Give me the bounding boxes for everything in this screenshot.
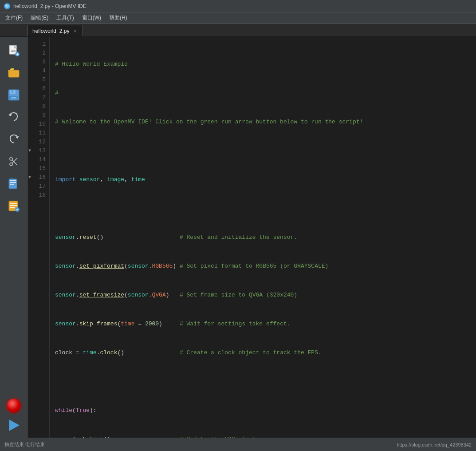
sidebar: ? bbox=[0, 37, 28, 438]
code-line-7: sensor.reset() # Reset and initialize th… bbox=[55, 233, 476, 242]
code-line-3: # Welcome to the OpenMV IDE! Click on th… bbox=[55, 118, 476, 127]
code-line-10: sensor.skip_frames(time = 2000) # Wait f… bbox=[55, 320, 476, 328]
svg-point-2 bbox=[5, 4, 7, 6]
menu-window[interactable]: 窗口(W) bbox=[79, 13, 105, 23]
line-numbers: 1 2 3 4 5 6 7 8 9 10 11 12 ▼13 14 15 ▼16 bbox=[28, 37, 50, 438]
svg-rect-12 bbox=[12, 90, 13, 93]
line-num-1: 1 bbox=[28, 40, 49, 49]
line-num-15: 15 bbox=[28, 164, 49, 173]
svg-rect-9 bbox=[8, 70, 19, 77]
svg-rect-25 bbox=[10, 203, 17, 204]
line-num-12: 12 bbox=[28, 138, 49, 146]
line-num-2: 2 bbox=[28, 49, 49, 58]
open-file-button[interactable] bbox=[4, 63, 24, 83]
code-line-11: clock = time.clock() # Create a clock ob… bbox=[55, 348, 476, 357]
line-num-16: ▼16 bbox=[28, 173, 49, 182]
status-bar: 抽查结束 电行结束 https://blog.csdn.net/qq_42398… bbox=[0, 438, 476, 451]
code-line-13: while(True): bbox=[55, 406, 476, 415]
svg-rect-27 bbox=[10, 207, 15, 208]
line-num-9: 9 bbox=[28, 111, 49, 120]
code-line-5: import sensor, image, time bbox=[55, 175, 476, 184]
line-num-10: 10 bbox=[28, 120, 49, 129]
line-num-11: 11 bbox=[28, 129, 49, 138]
tab-close-button[interactable]: × bbox=[72, 28, 78, 34]
menu-help[interactable]: 帮助(H) bbox=[106, 13, 131, 23]
code-line-6 bbox=[55, 204, 476, 213]
svg-rect-21 bbox=[10, 182, 16, 183]
status-right-text: https://blog.csdn.net/qq_42398342 bbox=[397, 442, 472, 447]
code-line-12 bbox=[55, 377, 476, 386]
editor-area[interactable]: 1 2 3 4 5 6 7 8 9 10 11 12 ▼13 14 15 ▼16 bbox=[28, 37, 476, 438]
app-icon bbox=[4, 3, 11, 10]
title-text: helloworld_2.py - OpenMV IDE bbox=[13, 3, 87, 9]
code-line-2: # bbox=[55, 89, 476, 98]
tab-bar: helloworld_2.py × bbox=[0, 24, 476, 37]
redo-button[interactable] bbox=[4, 130, 24, 149]
tools-button[interactable] bbox=[4, 152, 24, 171]
menu-bar: 文件(F) 编辑(E) 工具(T) 窗口(W) 帮助(H) bbox=[0, 12, 476, 24]
main-layout: ? 1 2 3 4 5 6 7 bbox=[0, 37, 476, 438]
line-num-4: 4 bbox=[28, 67, 49, 75]
svg-rect-22 bbox=[10, 184, 14, 185]
status-left-text: 抽查结束 电行结束 bbox=[4, 441, 45, 448]
undo-button[interactable] bbox=[4, 107, 24, 127]
tab-helloworld[interactable]: helloworld_2.py × bbox=[28, 25, 83, 36]
line-num-8: 8 bbox=[28, 102, 49, 111]
svg-rect-20 bbox=[10, 180, 16, 181]
line-num-6: 6 bbox=[28, 84, 49, 93]
run-button[interactable] bbox=[6, 417, 22, 433]
line-num-14: 14 bbox=[28, 155, 49, 164]
svg-rect-26 bbox=[10, 205, 17, 206]
status-indicator bbox=[7, 399, 21, 413]
menu-edit[interactable]: 编辑(E) bbox=[27, 13, 52, 23]
save-file-button[interactable] bbox=[4, 85, 24, 105]
svg-rect-23 bbox=[11, 178, 13, 180]
tab-label: helloworld_2.py bbox=[32, 28, 69, 34]
code-line-9: sensor.set_framesize(sensor.QVGA) # Set … bbox=[55, 291, 476, 300]
line-num-13: ▼13 bbox=[28, 146, 49, 155]
menu-tools[interactable]: 工具(T) bbox=[53, 13, 77, 23]
line-num-18: 18 bbox=[28, 191, 49, 200]
code-container: 1 2 3 4 5 6 7 8 9 10 11 12 ▼13 14 15 ▼16 bbox=[28, 37, 476, 438]
docs-button[interactable] bbox=[4, 174, 24, 194]
line-num-7: 7 bbox=[28, 93, 49, 102]
line-num-5: 5 bbox=[28, 75, 49, 84]
line-num-17: 17 bbox=[28, 182, 49, 191]
code-lines[interactable]: # Hello World Example # # Welcome to the… bbox=[50, 37, 476, 438]
svg-marker-30 bbox=[9, 419, 19, 431]
svg-text:?: ? bbox=[16, 208, 18, 212]
code-line-1: # Hello World Example bbox=[55, 60, 476, 69]
examples-button[interactable]: ? bbox=[4, 196, 24, 216]
code-line-8: sensor.set_pixformat(sensor.RGB565) # Se… bbox=[55, 262, 476, 271]
code-line-4 bbox=[55, 146, 476, 155]
line-num-3: 3 bbox=[28, 58, 49, 67]
menu-file[interactable]: 文件(F) bbox=[2, 13, 26, 23]
title-bar: helloworld_2.py - OpenMV IDE bbox=[0, 0, 476, 12]
svg-rect-14 bbox=[11, 97, 16, 99]
new-file-button[interactable] bbox=[4, 41, 24, 60]
